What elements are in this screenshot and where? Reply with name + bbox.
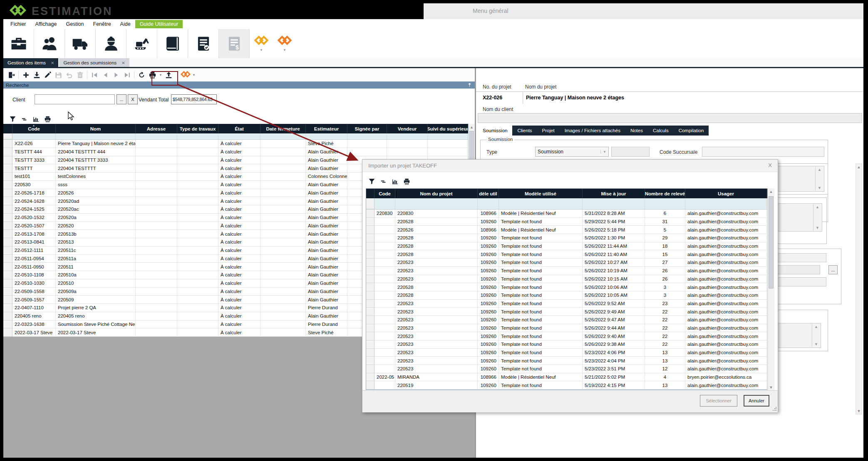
cell-code[interactable] [374, 365, 395, 373]
cell-type_travaux[interactable] [177, 263, 218, 271]
cell-nb[interactable]: 3 [645, 291, 685, 300]
cell-etat[interactable]: À calculer [218, 230, 260, 238]
table-row[interactable]: 220523109260Template not found5/23/2022 … [366, 365, 768, 373]
table-row[interactable]: 220830220830108966Modèle | Résidentiel N… [366, 210, 768, 218]
cell-nom[interactable]: 220528 [395, 283, 478, 291]
cell-code[interactable]: 22-0512-1111 [12, 247, 56, 255]
cell-code[interactable]: 22-0511-0950 [12, 263, 56, 271]
cancel-button[interactable]: Annuler [744, 395, 769, 407]
cell-estimateur[interactable]: Pierre Durand [306, 320, 347, 329]
row-selector[interactable] [366, 324, 374, 333]
cell-nb[interactable]: 26 [645, 267, 685, 275]
cell-code[interactable] [374, 324, 395, 333]
cell-code[interactable] [374, 316, 395, 324]
cell-modele_id[interactable]: 109260 [478, 283, 499, 291]
cell-usager[interactable]: alain.gauthier@constructbuy.com [685, 349, 767, 357]
cell-modele[interactable]: Template not found [499, 316, 583, 324]
detail-tab-calculs[interactable]: Calculs [648, 126, 674, 136]
cell-usager[interactable]: bryen.poirier@eccsolutions.ca [685, 373, 767, 382]
cell-code[interactable] [374, 242, 395, 251]
cell-adresse[interactable] [136, 181, 177, 189]
cell-maj[interactable]: 5/26/2022 10:19 AM [583, 267, 645, 275]
cell-nom[interactable]: 220523 [395, 357, 478, 365]
cell-code[interactable]: 22-0524-1525 [12, 205, 56, 214]
cell-date_fermeture[interactable] [260, 247, 306, 255]
cell-date_fermeture[interactable] [260, 304, 306, 312]
cell-date_fermeture[interactable] [260, 238, 306, 247]
cell-code[interactable]: 22-0520-1532 [12, 214, 56, 222]
cell-date_fermeture[interactable] [260, 197, 306, 205]
cell-modele[interactable]: Template not found [499, 340, 583, 349]
cell-maj[interactable]: 5/23/2022 3:51 PM [583, 365, 645, 373]
cell-etat[interactable]: À calculer [218, 304, 260, 312]
cell-estimateur[interactable]: Pierre Durand [306, 304, 347, 312]
cell-nb[interactable]: 22 [645, 324, 685, 333]
vendant-total-value[interactable]: $548,779,852,864.63 [171, 94, 217, 104]
cell-nom[interactable]: 220510a [56, 271, 136, 279]
nav-first-button[interactable] [89, 69, 100, 80]
cell-usager[interactable]: alain.gauthier@constructbuy.com [685, 357, 767, 365]
new-item-cell[interactable] [260, 133, 306, 139]
row-selector[interactable] [366, 300, 374, 308]
new-item-cell[interactable] [56, 133, 136, 139]
cell-maj[interactable]: 5/26/2022 9:40 AM [583, 332, 645, 340]
cell-nom[interactable]: 220830 [395, 210, 478, 218]
cell-adresse[interactable] [136, 148, 177, 156]
cell-nom[interactable]: 220523 [395, 349, 478, 357]
table-row[interactable]: 220523109260Template not found5/26/2022 … [366, 308, 768, 316]
browse-button[interactable]: ... [828, 265, 838, 274]
cell-nom[interactable]: 2022-03-17 Steve [56, 328, 136, 337]
cell-date_fermeture[interactable] [260, 271, 306, 279]
cell-modele[interactable]: Template not found [499, 357, 583, 365]
cell-modele[interactable]: Template not found [499, 218, 583, 226]
worker-button[interactable] [96, 29, 126, 58]
table-row[interactable]: 220523109260Template not found5/26/2022 … [366, 259, 768, 267]
dialog-title-bar[interactable]: Importer un projet TAKEOFF X [362, 160, 778, 172]
new-item-cell[interactable] [428, 133, 468, 139]
cell-estimateur[interactable]: Alain Gauthier [306, 312, 347, 320]
cell-date_fermeture[interactable] [260, 296, 306, 304]
cell-date_fermeture[interactable] [260, 181, 306, 189]
cell-estimateur[interactable]: Steve Piché [306, 140, 347, 148]
cell-nb[interactable]: 26 [645, 275, 685, 284]
spinner[interactable]: ▲▼ [815, 167, 823, 191]
row-selector[interactable] [3, 197, 12, 205]
type-select[interactable]: Soumission ▼ [535, 147, 609, 157]
cell-usager[interactable]: alain.gauthier@constructbuy.com [685, 291, 767, 300]
cell-nom[interactable]: 220523 [395, 316, 478, 324]
cell-code[interactable] [374, 218, 395, 226]
cell-usager[interactable]: alain.gauthier@constructbuy.com [685, 324, 767, 333]
cell-maj[interactable]: 5/26/2022 9:52 AM [583, 300, 645, 308]
cell-nom[interactable]: 220520ad [56, 197, 136, 205]
cell-nb[interactable]: 3 [645, 283, 685, 291]
cell-etat[interactable]: À calculer [218, 214, 260, 222]
cell-type_travaux[interactable] [177, 279, 218, 288]
cell-maj[interactable]: 5/26/2022 9:47 AM [583, 316, 645, 324]
cell-code[interactable]: 220530 [12, 181, 56, 189]
cell-code[interactable]: X22-026 [12, 140, 56, 148]
cell-date_fermeture[interactable] [260, 148, 306, 156]
table-row[interactable]: 220528109260Template not found5/29/2022 … [366, 218, 768, 226]
cell-modele[interactable]: Template not found [499, 365, 583, 373]
cell-maj[interactable]: 5/26/2022 11:40 AM [583, 250, 645, 259]
cell-modele[interactable]: Template not found [499, 332, 583, 340]
spinner[interactable]: ▲▼ [813, 204, 821, 231]
cell-estimateur[interactable]: Alain Gauthier [306, 189, 347, 197]
cell-estimateur[interactable]: Alain Gauthier [306, 214, 347, 222]
filter-button[interactable] [366, 176, 377, 186]
cell-maj[interactable]: 5/26/2022 10:06 AM [583, 283, 645, 291]
new-item-cell[interactable] [306, 133, 347, 139]
new-item-cell[interactable] [177, 133, 218, 139]
new-item-row[interactable] [3, 133, 475, 140]
cell-code[interactable]: TESTTT 3333 [12, 156, 56, 165]
cell-nb[interactable]: 22 [645, 340, 685, 349]
cell-date_fermeture[interactable] [260, 156, 306, 165]
cell-date_fermeture[interactable] [260, 279, 306, 288]
row-selector[interactable] [3, 148, 12, 156]
cell-adresse[interactable] [136, 304, 177, 312]
new-item-cell[interactable] [136, 133, 177, 139]
cell-maj[interactable]: 5/26/2022 9:38 AM [583, 340, 645, 349]
nav-last-button[interactable] [122, 69, 132, 80]
cell-usager[interactable]: alain.gauthier@constructbuy.com [685, 365, 767, 373]
cell-adresse[interactable] [136, 320, 177, 329]
